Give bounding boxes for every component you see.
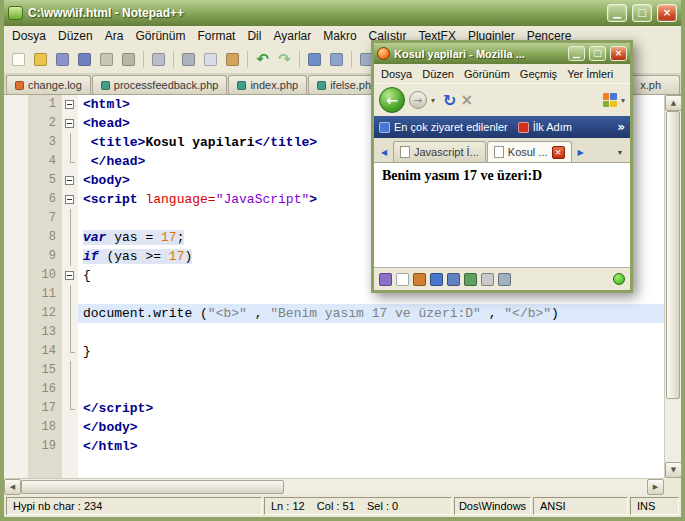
file-tab-change-log[interactable]: change.log [6,75,91,94]
horizontal-scrollbar[interactable]: ◀ ▶ [4,478,664,495]
code-text[interactable]: </html> [78,437,664,456]
menu-item-ayarlar[interactable]: Ayarlar [267,27,317,45]
code-text[interactable]: } [78,342,664,361]
code-text[interactable]: </body> [78,418,664,437]
menu-item-düzen[interactable]: Düzen [52,27,99,45]
forward-button[interactable]: → [409,91,427,109]
browser-tab-1[interactable]: Javascript İ... [393,141,486,162]
menu-item-dosya[interactable]: Dosya [6,27,52,45]
fold-collapse-icon[interactable] [65,100,74,109]
horizontal-scroll-thumb[interactable] [21,480,284,494]
code-text[interactable]: </script> [78,399,664,418]
history-dropdown-icon[interactable]: ▾ [431,96,435,105]
cut-icon[interactable] [178,49,199,70]
tab-list-dropdown-icon[interactable]: ▾ [613,142,627,162]
stop-button[interactable]: × [460,91,473,109]
toolbar-separator [173,51,174,68]
print-icon[interactable] [148,49,169,70]
line-number: 12 [28,304,62,323]
code-text[interactable]: document.write ("<b>" , "Benim yasım 17 … [78,304,664,323]
code-text[interactable] [78,323,664,342]
menu-item-görünüm[interactable]: Görünüm [459,66,515,82]
paste-icon[interactable] [222,49,243,70]
redo-icon[interactable]: ↷ [274,49,295,70]
fold-margin-cell[interactable] [62,114,78,133]
refresh-button[interactable]: ↻ [443,91,456,110]
maximize-button[interactable]: □ [632,4,652,22]
menu-item-format[interactable]: Format [191,27,241,45]
status-doc-type: Hypi nb char : 234 [6,497,262,515]
scroll-up-button[interactable]: ▲ [665,95,682,111]
edit-pencil-icon[interactable] [413,273,426,286]
firefox-minimize-button[interactable]: ▁ [568,46,585,61]
browser-tab-2[interactable]: Kosul ...× [487,141,572,162]
code-text[interactable] [78,361,664,380]
tab-scroll-left-button[interactable]: ◀ [377,142,391,162]
new-file-icon[interactable] [8,49,29,70]
file-tab-processfeedback-php[interactable]: processfeedback.php [92,75,228,94]
fold-margin-cell[interactable] [62,190,78,209]
quick-access-grid-icon[interactable] [603,93,617,107]
vertical-scrollbar[interactable]: ▲ ▼ [664,95,681,478]
menu-item-dil[interactable]: Dil [241,27,267,45]
menu-item-görünüm[interactable]: Görünüm [129,27,191,45]
web-developer-icon[interactable] [379,273,392,286]
bookmark-item-1[interactable]: En çok ziyaret edilenler [379,121,508,133]
save-icon[interactable] [52,49,73,70]
firefox-titlebar[interactable]: Kosul yapilari - Mozilla ... ▁ □ × [374,43,630,64]
back-button[interactable]: ← [379,87,405,113]
menu-item-yer-i-mleri[interactable]: Yer İmleri [562,66,618,82]
screen: C:\www\if.html - Notepad++ ▁ □ × DosyaDü… [0,0,685,521]
firefox-window: Kosul yapilari - Mozilla ... ▁ □ × Dosya… [371,40,633,293]
script-icon[interactable] [481,273,494,286]
copy-icon[interactable] [200,49,221,70]
firefox-close-button[interactable]: × [610,46,627,61]
fold-margin-cell [62,209,78,228]
scroll-left-button[interactable]: ◀ [4,479,21,495]
menu-item-ara[interactable]: Ara [99,27,130,45]
menu-item-geçmiş[interactable]: Geçmiş [515,66,562,82]
fold-margin-cell[interactable] [62,171,78,190]
notepad-statusbar: Hypi nb char : 234 Ln : 12 Col : 51 Sel … [4,495,681,517]
line-number: 10 [28,266,62,285]
fold-margin-cell [62,247,78,266]
toolbar-dropdown-icon[interactable]: ▾ [621,96,625,105]
open-folder-icon[interactable] [30,49,51,70]
vertical-scroll-track[interactable] [665,111,681,462]
bookmark-item-2[interactable]: İlk Adım [518,121,572,133]
minimize-button[interactable]: ▁ [607,4,627,22]
save-all-icon[interactable] [74,49,95,70]
bookmarks-overflow-icon[interactable]: » [617,120,625,134]
replace-icon[interactable] [326,49,347,70]
blank-page-icon[interactable] [396,273,409,286]
tab-close-icon[interactable]: × [552,146,565,159]
tab-scroll-right-button[interactable]: ▶ [574,142,588,162]
find-icon[interactable] [304,49,325,70]
code-text[interactable] [78,380,664,399]
network-icon[interactable] [498,273,511,286]
save-disk-icon[interactable] [447,273,460,286]
menu-item-düzen[interactable]: Düzen [417,66,459,82]
undo-icon[interactable]: ↶ [252,49,273,70]
horizontal-scroll-track[interactable] [21,479,647,495]
scroll-right-button[interactable]: ▶ [647,479,664,495]
fold-collapse-icon[interactable] [65,176,74,185]
notepad-titlebar[interactable]: C:\www\if.html - Notepad++ ▁ □ × [4,0,681,26]
fold-margin-cell[interactable] [62,95,78,114]
images-icon[interactable] [464,273,477,286]
scroll-down-button[interactable]: ▼ [665,462,682,478]
menu-item-makro[interactable]: Makro [317,27,362,45]
close-all-icon[interactable] [118,49,139,70]
vertical-scroll-thumb[interactable] [666,111,680,399]
file-tab-index-php[interactable]: index.php [228,75,307,94]
menu-item-dosya[interactable]: Dosya [376,66,417,82]
fold-margin-cell[interactable] [62,266,78,285]
firefox-maximize-button[interactable]: □ [589,46,606,61]
fold-collapse-icon[interactable] [65,119,74,128]
close-button[interactable]: × [657,4,677,22]
close-file-icon[interactable] [96,49,117,70]
line-number: 11 [28,285,62,304]
globe-icon[interactable] [430,273,443,286]
fold-collapse-icon[interactable] [65,195,74,204]
fold-collapse-icon[interactable] [65,271,74,280]
